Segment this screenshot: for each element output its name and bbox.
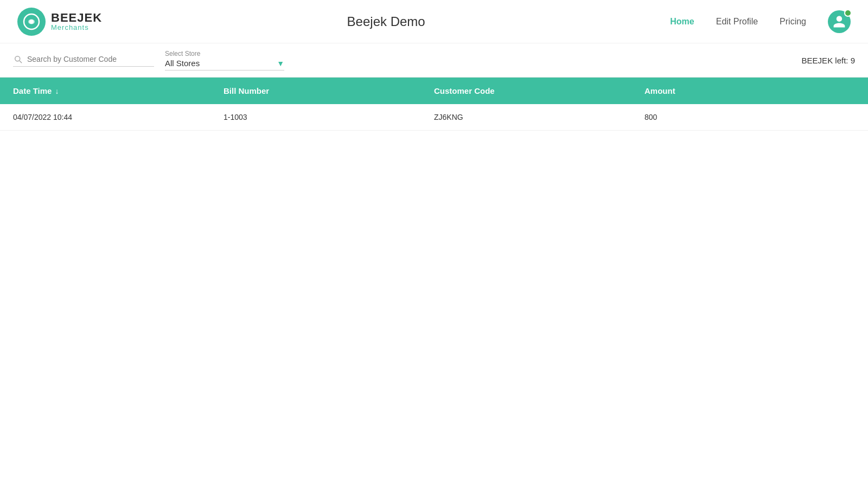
table-header: Date Time ↓ Bill Number Customer Code Am… [0,78,868,104]
main-nav: Home Edit Profile Pricing [670,10,851,33]
nav-edit-profile[interactable]: Edit Profile [716,17,758,27]
avatar[interactable] [828,10,851,33]
logo-name: BEEJEK [51,12,102,24]
cell-date-time: 04/07/2022 10:44 [13,113,224,121]
avatar-status-badge [844,9,852,17]
beejek-left-label: BEEJEK left: 9 [802,56,855,65]
col-customer-code: Customer Code [434,86,644,95]
cell-customer-code: ZJ6KNG [434,113,644,121]
col-date-time[interactable]: Date Time ↓ [13,86,224,95]
sort-icon: ↓ [55,87,59,95]
logo-text: BEEJEK Merchants [51,12,102,31]
page-title: Beejek Demo [102,14,670,29]
logo-icon [17,8,46,36]
logo-sub: Merchants [51,24,102,31]
store-select-value: All Stores [165,59,275,68]
search-icon [13,54,23,64]
store-select-wrapper: Select Store All Stores ▼ [165,50,284,70]
filter-bar: Select Store All Stores ▼ BEEJEK left: 9 [0,43,868,78]
logo[interactable]: BEEJEK Merchants [17,8,102,36]
transactions-table: Date Time ↓ Bill Number Customer Code Am… [0,78,868,131]
search-wrapper [13,54,154,67]
table-row[interactable]: 04/07/2022 10:44 1-1003 ZJ6KNG 800 [0,104,868,131]
chevron-down-icon: ▼ [277,59,284,68]
cell-bill-number: 1-1003 [224,113,434,121]
select-store-label: Select Store [165,50,284,57]
nav-pricing[interactable]: Pricing [780,17,806,27]
svg-point-1 [29,20,34,24]
col-bill-number: Bill Number [224,86,434,95]
header: BEEJEK Merchants Beejek Demo Home Edit P… [0,0,868,43]
search-input[interactable] [27,55,154,63]
cell-amount: 800 [644,113,855,121]
col-amount: Amount [644,86,855,95]
nav-home[interactable]: Home [670,17,694,27]
store-select[interactable]: All Stores ▼ [165,59,284,70]
